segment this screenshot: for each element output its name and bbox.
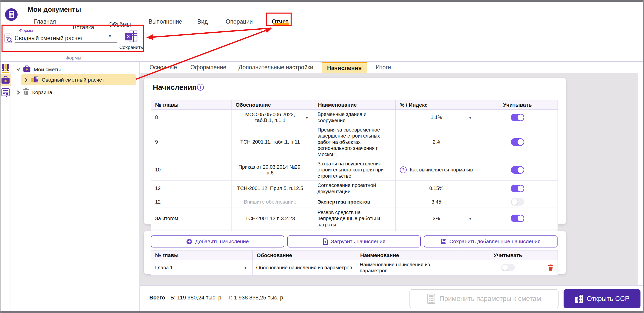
tree-item-label: Мои сметы xyxy=(34,67,61,73)
col-consider: Учитывать xyxy=(477,100,558,110)
chapter-cell: 10 xyxy=(151,159,232,180)
ribbon-tab-vid[interactable]: Вид xyxy=(197,18,208,25)
consider-cell xyxy=(477,159,558,180)
consider-toggle-on[interactable] xyxy=(511,166,524,174)
forms-select-caret-icon[interactable]: ▼ xyxy=(108,34,112,38)
accruals-card: Начисления i № главы Обоснование Наимено… xyxy=(144,78,566,224)
tree-item-my-estimates[interactable]: Мои сметы xyxy=(17,65,61,74)
col-chapter: № главы xyxy=(151,100,232,110)
calculator-icon xyxy=(427,293,435,304)
value-dropdown[interactable]: 3%▼ xyxy=(396,208,477,229)
forms-select-value[interactable]: Сводный сметный расчет xyxy=(15,35,83,42)
tree-item-label: Сводный сметный расчет xyxy=(42,77,104,83)
info-icon[interactable]: i xyxy=(197,84,204,91)
justification-cell[interactable]: Обоснование начисления из параметров xyxy=(253,260,356,276)
briefcase-icon xyxy=(23,66,31,74)
justification-dropdown[interactable]: МОС.05.05-006.2022, таб.В.1, п.1.1▼ xyxy=(232,110,314,125)
dropdown-caret-icon[interactable]: ▼ xyxy=(468,216,472,221)
table-header-row: № главы Обоснование Наименование Учитыва… xyxy=(151,251,558,260)
name-cell: Временные здания и сооружения xyxy=(314,110,396,125)
tab-separator xyxy=(367,64,367,71)
value-cell[interactable]: 0.15% xyxy=(396,181,477,196)
table-row: За итогом ТСН-2001.12 п.3.2.23 Резерв ср… xyxy=(151,208,558,229)
justification-cell[interactable]: Приказ от 20.03.2014 №29, п.6 xyxy=(232,159,314,180)
consider-cell xyxy=(477,181,558,196)
dropdown-caret-icon[interactable]: ▼ xyxy=(244,266,247,270)
delete-row-button[interactable] xyxy=(548,264,554,271)
tree-item-recycle-bin[interactable]: Корзина xyxy=(17,87,52,97)
load-accruals-button[interactable]: Загрузить начисления xyxy=(287,235,421,247)
justification-cell[interactable]: ТСН-2001.12 п.3.2.23 xyxy=(232,208,314,229)
value-dropdown[interactable]: 1.1%▼ xyxy=(396,110,477,125)
save-excel-button[interactable]: X Сохранить xyxy=(117,30,146,51)
custom-accruals-table: № главы Обоснование Наименование Учитыва… xyxy=(151,251,558,276)
name-cell: Затраты на осуществление строительного к… xyxy=(314,159,396,180)
how-calculated-link[interactable]: ? Как вычисляется норматив xyxy=(398,166,475,173)
consider-toggle-off[interactable] xyxy=(511,198,524,206)
apply-parameters-button-disabled[interactable]: Применить параметры к сметам xyxy=(409,289,559,308)
window-frame-top xyxy=(0,0,644,2)
tab-osnovnye[interactable]: Основные xyxy=(140,62,187,73)
chevron-right-icon[interactable] xyxy=(25,78,28,82)
dropdown-caret-icon[interactable]: ▼ xyxy=(468,115,472,119)
value-cell[interactable]: 3,45 xyxy=(396,196,477,208)
dropdown-caret-icon[interactable]: ▼ xyxy=(305,115,309,119)
justification-input-empty[interactable]: Впишите обоснование xyxy=(232,196,314,208)
tab-oformlenie[interactable]: Оформление xyxy=(187,62,230,73)
consider-toggle-on[interactable] xyxy=(511,138,524,146)
chapter-dropdown[interactable]: Глава 1 ▼ xyxy=(151,260,253,276)
consider-toggle-on[interactable] xyxy=(511,215,524,222)
ribbon-tab-operacii[interactable]: Операции xyxy=(226,18,253,25)
col-chapter: № главы xyxy=(151,251,253,260)
document-search-icon xyxy=(4,33,13,44)
app-title: Мои документы xyxy=(28,6,81,14)
rail-documents-icon[interactable] xyxy=(1,62,11,74)
trash-icon xyxy=(23,88,29,97)
left-icon-rail xyxy=(1,62,11,311)
accruals-table: № главы Обоснование Наименование % / Инд… xyxy=(151,100,558,243)
value-cell: ? Как вычисляется норматив xyxy=(396,159,477,180)
name-cell: Согласование проектной документации xyxy=(314,181,396,196)
justification-cell[interactable]: ТСН-2001.11, табл.1, п.11 xyxy=(232,125,314,159)
plus-circle-icon xyxy=(186,239,192,244)
accruals-heading: Начисления xyxy=(153,83,197,92)
consider-toggle-off[interactable] xyxy=(501,264,515,271)
rail-reports-icon[interactable] xyxy=(1,87,11,99)
value-cell[interactable]: 2% xyxy=(396,125,477,159)
chapter-cell: 12 xyxy=(151,196,232,208)
chapter-cell: 9 xyxy=(151,125,232,159)
tab-nachisleniya-active[interactable]: Начисления xyxy=(322,62,367,73)
open-ssr-button[interactable]: Открыть ССР xyxy=(564,289,640,308)
ribbon-tab-vypolnenie[interactable]: Выполнение xyxy=(149,18,182,25)
tab-separator xyxy=(230,64,230,71)
chevron-down-icon[interactable] xyxy=(17,68,20,71)
documents-tree-panel: Мои сметы Сводный сметный расчет xyxy=(11,62,140,311)
table-header-row: № главы Обоснование Наименование % / Инд… xyxy=(151,100,558,110)
col-name: Наименование xyxy=(356,251,458,260)
footer-bar: Всего Б: 119 980,24 тыс. р. Т: 1 938 868… xyxy=(140,285,643,311)
tree-item-summary-estimate-selected[interactable]: Сводный сметный расчет xyxy=(21,74,136,85)
col-value: % / Индекс xyxy=(396,100,477,110)
rail-estimates-icon-selected[interactable] xyxy=(1,74,11,86)
vertical-scrollbar-track[interactable] xyxy=(638,73,643,285)
chevron-right-icon[interactable] xyxy=(17,90,20,95)
col-justification: Обоснование xyxy=(232,100,314,110)
tab-itogi[interactable]: Итоги xyxy=(367,62,400,73)
save-accruals-button[interactable]: Сохранить добавленные начисления xyxy=(424,235,558,247)
consider-toggle-on[interactable] xyxy=(511,114,524,121)
custom-accruals-card: Добавить начисление Загрузить начисления… xyxy=(144,231,566,274)
name-cell[interactable]: Наименование начисления из параметров xyxy=(356,260,458,276)
add-accrual-button[interactable]: Добавить начисление xyxy=(151,235,284,247)
chapter-cell: За итогом xyxy=(151,208,232,229)
trash-icon xyxy=(548,264,554,271)
ribbon-tab-glavnaya[interactable]: Главная xyxy=(34,18,56,25)
tab-dopolnitelnye-nastroyki[interactable]: Дополнительные настройки xyxy=(230,62,322,73)
window-frame-bottom xyxy=(0,311,644,313)
consider-toggle-on[interactable] xyxy=(511,185,524,192)
table-row: Глава 1 ▼ Обоснование начисления из пара… xyxy=(151,260,558,276)
table-row: 9 ТСН-2001.11, табл.1, п.11 Премия за св… xyxy=(151,125,558,159)
question-icon[interactable]: ? xyxy=(400,166,407,173)
justification-cell[interactable]: ТСН-2001.12, Прил.5, п.12.5 xyxy=(232,181,314,196)
table-row: 10 Приказ от 20.03.2014 №29, п.6 Затраты… xyxy=(151,159,558,180)
col-name: Наименование xyxy=(314,100,396,110)
